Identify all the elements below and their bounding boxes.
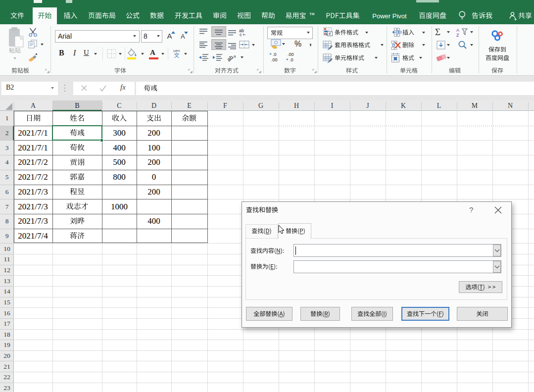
svg-text:.0: .0 [290,57,293,62]
svg-text:.0: .0 [273,52,277,57]
svg-text:c: c [240,32,242,37]
svg-text:.00: .00 [288,52,294,57]
svg-text:ab: ab [227,54,234,62]
svg-text:Z: Z [456,33,459,37]
svg-text:.00: .00 [271,57,278,62]
svg-text:A: A [456,28,459,33]
